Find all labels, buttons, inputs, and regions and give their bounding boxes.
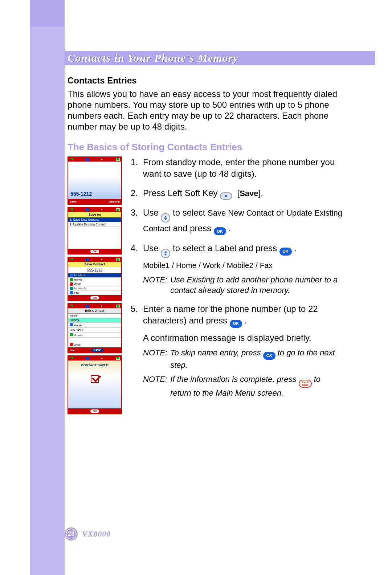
confirmation-text: A confirmation message is displayed brie… bbox=[143, 332, 343, 344]
thumb-dial: ✦ 555-1212 Save Options bbox=[68, 156, 122, 205]
page-number-badge: 28 bbox=[65, 527, 78, 541]
label-row: Work bbox=[68, 282, 121, 286]
status-bar: ✦ bbox=[68, 356, 121, 360]
dialed-number: 555-1212 bbox=[70, 191, 92, 197]
step: 5. Enter a name for the phone number (up… bbox=[129, 303, 343, 399]
content-area: Contacts Entries This allows you to have… bbox=[68, 76, 343, 416]
label-text: Work: bbox=[74, 343, 81, 347]
field-value: 555-1212 bbox=[68, 328, 121, 333]
label-row: Mobile 2 bbox=[68, 286, 121, 291]
softkey-bar: abc SAVE bbox=[68, 347, 121, 352]
note-label: NOTE: bbox=[143, 274, 167, 296]
step-text: Press Left Soft Key [Save]. bbox=[143, 187, 343, 200]
text-fragment: To skip name entry, press bbox=[170, 348, 263, 357]
note-label: NOTE: bbox=[143, 347, 167, 370]
field-label: Home: bbox=[68, 333, 121, 338]
phone-type-icon bbox=[70, 274, 73, 277]
screen-title: Save Contact bbox=[68, 262, 121, 267]
field-label: Mobile 1: bbox=[68, 323, 121, 328]
field-label: Work: bbox=[68, 342, 121, 347]
section-body: This allows you to have an easy access t… bbox=[68, 89, 343, 132]
page-footer: 28 VX8000 bbox=[65, 527, 111, 541]
step: 1. From standby mode, enter the phone nu… bbox=[129, 156, 343, 180]
thumb-save-as: ✦ Save As 1. Save New Contact 2. Update … bbox=[68, 207, 122, 254]
label-text: Mobile 1: bbox=[74, 324, 85, 327]
note-label: NOTE: bbox=[143, 374, 167, 399]
sidebar-stripe-dark bbox=[30, 0, 65, 27]
softkey-ok: OK bbox=[90, 296, 99, 299]
columns: ✦ 555-1212 Save Options ✦ Save As 1. Sav… bbox=[68, 156, 343, 416]
step-number: 1. bbox=[129, 156, 138, 180]
nav-key-icon bbox=[161, 213, 170, 223]
phone-thumbnails: ✦ 555-1212 Save Options ✦ Save As 1. Sav… bbox=[68, 156, 122, 416]
ok-key-icon: OK bbox=[263, 352, 275, 360]
status-bar: ✦ bbox=[68, 157, 121, 162]
checkmark-icon bbox=[91, 375, 99, 383]
phone-type-icon bbox=[70, 323, 73, 326]
step: 3. Use to select Save New Contact or Upd… bbox=[129, 207, 343, 235]
step-number: 5. bbox=[129, 303, 138, 399]
menu-item: 1. Save New Contact bbox=[68, 217, 121, 222]
text-fragment: to select a Label and press bbox=[173, 243, 279, 253]
note: NOTE: To skip name entry, press OK to go… bbox=[143, 347, 343, 370]
key-text: END bbox=[302, 384, 308, 386]
softkey-center: SAVE bbox=[91, 348, 103, 352]
saved-screen: CONTACT SAVED bbox=[68, 360, 121, 408]
step-text: From standby mode, enter the phone numbe… bbox=[143, 156, 343, 180]
note-text: Use Existing to add another phone number… bbox=[170, 274, 343, 296]
softkey-right: Options bbox=[109, 200, 120, 203]
step: 2. Press Left Soft Key [Save]. bbox=[129, 187, 343, 200]
label-text: Work bbox=[74, 282, 81, 286]
note: NOTE: Use Existing to add another phone … bbox=[143, 274, 343, 296]
label-row: Fax bbox=[68, 291, 121, 295]
softkey-left: abc bbox=[70, 348, 75, 352]
subsection-heading: The Basics of Storing Contacts Entries bbox=[68, 142, 343, 153]
phone-type-icon bbox=[70, 333, 73, 336]
field-value: Jenny bbox=[68, 318, 121, 323]
phone-type-icon bbox=[70, 291, 73, 294]
save-contact-screen: Save Contact 555-1212 Mobile 1 Home Work… bbox=[68, 262, 121, 295]
softkey-bar: OK bbox=[68, 249, 121, 254]
chapter-title: Contacts in Your Phone's Memory bbox=[68, 52, 238, 64]
text-fragment: Press Left Soft Key bbox=[143, 188, 220, 198]
ok-key-icon: OK bbox=[230, 320, 242, 328]
status-bar: ✦ bbox=[68, 304, 121, 308]
text-fragment: If the information is complete, press bbox=[170, 375, 298, 384]
label-text: Home: bbox=[74, 334, 82, 337]
step-number: 2. bbox=[129, 187, 138, 200]
phone-type-icon bbox=[70, 343, 73, 346]
status-bar: ✦ bbox=[68, 257, 121, 262]
phone-type-icon bbox=[70, 287, 73, 290]
instructions: 1. From standby mode, enter the phone nu… bbox=[129, 156, 343, 406]
field-label: Name: bbox=[68, 314, 121, 318]
note-text: To skip name entry, press OK to go to th… bbox=[170, 347, 343, 370]
step-number: 3. bbox=[129, 207, 138, 235]
screen-title: Edit Contact bbox=[68, 308, 121, 314]
step: 4. Use to select a Label and press OK . … bbox=[129, 242, 343, 296]
label-text: Fax bbox=[74, 291, 79, 294]
saved-message: CONTACT SAVED bbox=[81, 363, 109, 367]
ok-key-icon: OK bbox=[279, 248, 292, 256]
sidebar-stripe bbox=[30, 0, 65, 575]
ok-key-icon: OK bbox=[214, 227, 226, 235]
nav-key-icon bbox=[161, 249, 170, 258]
option-text: Save New Contact bbox=[208, 208, 274, 217]
label-row: Mobile 1 bbox=[68, 273, 121, 278]
manual-page: Contacts in Your Phone's Memory Contacts… bbox=[0, 0, 392, 575]
save-label: Save bbox=[240, 189, 258, 198]
field-value bbox=[68, 338, 121, 342]
screen-title: Save As bbox=[68, 212, 121, 217]
status-bar: ✦ bbox=[68, 208, 121, 212]
text-fragment: to select bbox=[173, 208, 208, 217]
text-fragment: or bbox=[276, 208, 286, 217]
thumb-contact-saved: ✦ CONTACT SAVED OK bbox=[68, 355, 122, 414]
softkey-left: Save bbox=[70, 200, 77, 203]
label-row: Home bbox=[68, 278, 121, 282]
label-text: Mobile 1 bbox=[74, 274, 85, 277]
model-name: VX8000 bbox=[82, 529, 111, 539]
label-text: Mobile 2 bbox=[74, 287, 85, 290]
note: NOTE: If the information is complete, pr… bbox=[143, 374, 343, 399]
end-key-icon: PWREND bbox=[299, 380, 312, 388]
thumb-edit-contact: ✦ Edit Contact Name: Jenny Mobile 1: 555… bbox=[68, 303, 122, 353]
step-text: Use to select a Label and press OK . Mob… bbox=[143, 242, 343, 296]
